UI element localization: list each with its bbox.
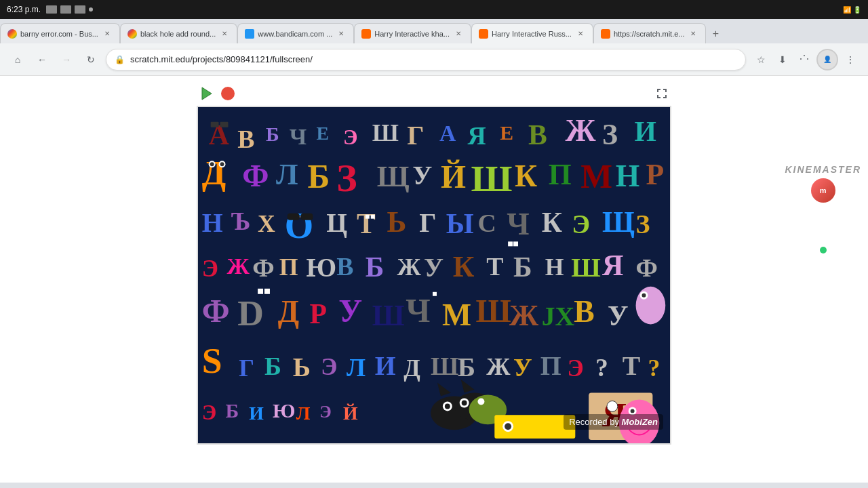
svg-point-21 [210, 162, 214, 166]
new-tab-button[interactable]: + [706, 24, 725, 43]
svg-text:JX: JX [542, 302, 575, 331]
svg-text:Д: Д [403, 354, 420, 382]
svg-text:Н: Н [616, 159, 640, 193]
tab-barny[interactable]: barny error.com - Bus... ✕ [0, 23, 120, 43]
green-indicator-dot [820, 247, 827, 253]
green-flag-button[interactable] [197, 84, 216, 103]
svg-text:Е: Е [500, 121, 513, 144]
tab-close-blackhole[interactable]: ✕ [219, 28, 230, 39]
svg-text:Щ: Щ [602, 205, 635, 238]
svg-text:Н: Н [202, 208, 223, 238]
tab-favicon-blackhole [127, 29, 137, 39]
system-time: 6:23 p.m. [7, 5, 41, 14]
svg-text:Ш: Ш [372, 119, 399, 146]
svg-text:Ж: Ж [486, 353, 511, 380]
svg-rect-129 [366, 215, 370, 219]
tab-close-bandicam[interactable]: ✕ [336, 28, 347, 39]
tab-close-scratch-mit[interactable]: ✕ [688, 28, 698, 39]
tab-scratch-mit[interactable]: https://scratch.mit.e... ✕ [593, 23, 707, 43]
svg-rect-133 [433, 292, 437, 296]
svg-text:В: В [528, 119, 547, 150]
svg-rect-132 [513, 241, 518, 246]
window-icon[interactable] [60, 5, 71, 14]
system-bar-icons [46, 5, 93, 14]
tab-favicon-harry-kha [361, 29, 371, 39]
fullscreen-button[interactable] [652, 84, 671, 103]
svg-text:У: У [513, 353, 532, 382]
scratch-controls [197, 81, 671, 106]
settings-icon[interactable] [46, 5, 57, 14]
mobizen-watermark: Recorded by MobiZen [564, 414, 663, 430]
svg-text:Х: Х [258, 210, 275, 237]
svg-text:З: З [602, 118, 618, 150]
svg-text:С: С [477, 209, 496, 237]
svg-text:П: П [540, 351, 561, 381]
svg-text:Г: Г [239, 354, 254, 382]
svg-point-126 [607, 401, 618, 412]
tab-bandicam[interactable]: www.bandicam.com ... ✕ [237, 23, 354, 43]
security-lock-icon: 🔒 [115, 55, 125, 64]
back-button[interactable]: ← [33, 50, 52, 69]
svg-text:Б: Б [266, 123, 279, 145]
svg-text:Ц: Ц [326, 208, 347, 238]
svg-text:Д: Д [278, 294, 299, 329]
svg-text:Р: Р [309, 298, 326, 329]
svg-text:И: И [249, 403, 264, 424]
svg-marker-0 [202, 87, 212, 100]
svg-text:У: У [412, 161, 432, 190]
url-display: scratch.mit.edu/projects/809841121/fulls… [130, 54, 737, 64]
refresh-button[interactable]: ↻ [81, 50, 100, 69]
svg-text:Ю: Ю [307, 253, 337, 283]
scratch-canvas[interactable]: A B Б Ч Е Э Ш Г А Я Е В Ж З И [197, 106, 671, 445]
stop-button[interactable] [221, 87, 235, 100]
new-tab-icon: + [713, 28, 719, 40]
tab-blackhole[interactable]: black hole add round... ✕ [120, 23, 237, 43]
download-button[interactable]: ⬇ [773, 50, 792, 69]
svg-text:Ь: Ь [387, 205, 407, 238]
tab-harry-kha[interactable]: Harry Interactive kha... ✕ [354, 23, 471, 43]
tab-label-harry-kha: Harry Interactive kha... [374, 30, 450, 38]
tab-favicon-barny [7, 29, 17, 39]
svg-text:П: П [549, 158, 572, 190]
tab-label-blackhole: black hole add round... [140, 30, 216, 38]
tab-harry-russ[interactable]: Harry Interactive Russ... ✕ [471, 23, 593, 43]
svg-text:Ф: Ф [636, 253, 658, 282]
svg-rect-42 [301, 214, 313, 220]
bookmark-button[interactable]: ☆ [751, 50, 770, 69]
window-small-icon[interactable] [75, 5, 85, 14]
svg-rect-41 [288, 214, 300, 220]
svg-text:Ш: Ш [431, 352, 458, 380]
forward-button[interactable]: → [57, 50, 76, 69]
svg-text:Э: Э [343, 125, 358, 149]
svg-text:Е: Е [316, 123, 329, 144]
svg-text:М: М [442, 298, 471, 332]
tab-label-harry-russ: Harry Interactive Russ... [492, 30, 572, 38]
system-bar: 6:23 p.m. 📶 🔋 [0, 0, 868, 19]
svg-text:Я: Я [468, 121, 486, 150]
svg-text:Ф: Ф [202, 293, 230, 329]
share-button[interactable] [795, 50, 814, 69]
address-bar[interactable]: 🔒 scratch.mit.edu/projects/809841121/ful… [106, 49, 746, 70]
svg-text:З: З [336, 157, 357, 199]
svg-text:Н: Н [545, 253, 564, 281]
profile-avatar[interactable]: 👤 [816, 49, 838, 70]
svg-rect-128 [264, 289, 270, 294]
svg-rect-3 [211, 122, 219, 127]
svg-rect-127 [258, 289, 263, 294]
tab-close-harry-kha[interactable]: ✕ [453, 28, 464, 39]
svg-rect-131 [508, 241, 513, 246]
page-content: A B Б Ч Е Э Ш Г А Я Е В Ж З И [0, 76, 868, 483]
svg-text:Й: Й [441, 159, 466, 195]
kinemaster-text: KINEMASTER [785, 164, 861, 175]
svg-text:Л: Л [276, 158, 298, 190]
home-button[interactable]: ⌂ [8, 50, 27, 69]
menu-button[interactable]: ⋮ [841, 50, 860, 69]
tab-label-scratch-mit: https://scratch.mit.e... [614, 30, 685, 38]
tab-close-barny[interactable]: ✕ [102, 28, 113, 39]
svg-text:Я: Я [602, 249, 624, 281]
svg-text:У: У [608, 300, 629, 331]
svg-text:Л: Л [347, 353, 366, 382]
tab-close-harry-russ[interactable]: ✕ [575, 28, 586, 39]
svg-point-109 [445, 403, 450, 409]
svg-text:S: S [202, 340, 222, 381]
